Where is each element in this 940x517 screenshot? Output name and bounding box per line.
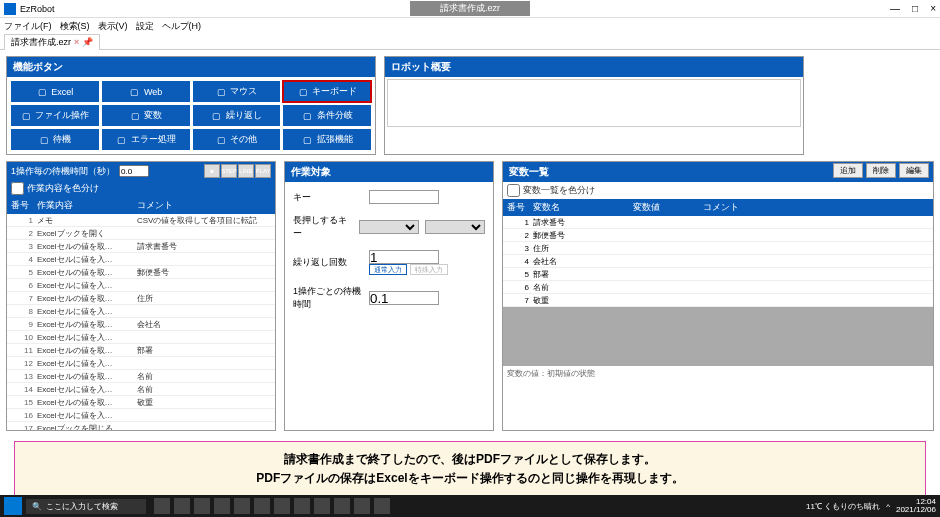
func-btn-10[interactable]: ▢その他 — [193, 129, 281, 150]
tab-close-icon[interactable]: × — [74, 37, 79, 47]
play-button[interactable]: PLAY — [255, 164, 271, 178]
menu-view[interactable]: 表示(V) — [98, 20, 128, 33]
step-row[interactable]: 10Excelセルに値を入… — [7, 331, 275, 344]
var-row[interactable]: 2郵便番号 — [503, 229, 933, 242]
wait-input[interactable] — [119, 165, 149, 177]
func-btn-3[interactable]: ▢キーボード — [283, 81, 371, 102]
tray-icon[interactable] — [194, 498, 210, 514]
var-row[interactable]: 4会社名 — [503, 255, 933, 268]
taskbar-search[interactable]: 🔍 ここに入力して検索 — [26, 499, 146, 514]
color-checkbox[interactable] — [11, 182, 24, 195]
repeat-input[interactable] — [369, 250, 439, 264]
step-row[interactable]: 9Excelセルの値を取…会社名 — [7, 318, 275, 331]
step-row[interactable]: 13Excelセルの値を取…名前 — [7, 370, 275, 383]
var-row[interactable]: 1請求番号 — [503, 216, 933, 229]
step-row[interactable]: 4Excelセルに値を入… — [7, 253, 275, 266]
func-btn-9[interactable]: ▢エラー処理 — [102, 129, 190, 150]
menu-file[interactable]: ファイル(F) — [4, 20, 52, 33]
robot-body — [387, 79, 801, 127]
step-row[interactable]: 7Excelセルの値を取…住所 — [7, 292, 275, 305]
hold-select-2[interactable] — [425, 220, 485, 234]
clock[interactable]: 12:04 2021/12/06 — [896, 498, 936, 514]
func-btn-7[interactable]: ▢条件分岐 — [283, 105, 371, 126]
maximize-button[interactable]: □ — [912, 3, 918, 14]
func-btn-4[interactable]: ▢ファイル操作 — [11, 105, 99, 126]
robot-overview-panel: ロボット概要 — [384, 56, 804, 155]
normal-input-button[interactable]: 通常入力 — [369, 264, 407, 275]
hold-select-1[interactable] — [359, 220, 419, 234]
tray-icon[interactable] — [374, 498, 390, 514]
vcol-comment: コメント — [703, 201, 933, 214]
step-row[interactable]: 1メモCSVの値を取得して各項目に転記 — [7, 214, 275, 227]
tray-icon[interactable] — [314, 498, 330, 514]
vars-color-checkbox[interactable] — [507, 184, 520, 197]
delete-button[interactable]: 削除 — [866, 163, 896, 178]
func-btn-8[interactable]: ▢待機 — [11, 129, 99, 150]
tray-icon[interactable] — [294, 498, 310, 514]
func-btn-2[interactable]: ▢マウス — [193, 81, 281, 102]
step-row[interactable]: 5Excelセルの値を取…郵便番号 — [7, 266, 275, 279]
steps-panel: 1操作毎の待機時間（秒） ■ STEP LINE PLAY 作業内容を色分け 番… — [6, 161, 276, 431]
search-icon: 🔍 — [32, 502, 42, 511]
vcol-name: 変数名 — [533, 201, 633, 214]
stop-button[interactable]: ■ — [204, 164, 220, 178]
func-btn-0[interactable]: ▢Excel — [11, 81, 99, 102]
tray-icon[interactable] — [334, 498, 350, 514]
step-row[interactable]: 12Excelセルに値を入… — [7, 357, 275, 370]
var-row[interactable]: 3住所 — [503, 242, 933, 255]
col-comment: コメント — [137, 199, 275, 212]
special-input-button[interactable]: 特殊入力 — [410, 264, 448, 275]
tray-up-icon[interactable]: ^ — [886, 502, 890, 511]
add-button[interactable]: 追加 — [833, 163, 863, 178]
col-no: 番号 — [7, 199, 37, 212]
instruction-line-2: PDFファイルの保存はExcelをキーボード操作するのと同じ操作を再現します。 — [23, 469, 917, 488]
var-row[interactable]: 6名前 — [503, 281, 933, 294]
step-row[interactable]: 17Excelブックを閉じる — [7, 422, 275, 430]
key-input[interactable] — [369, 190, 439, 204]
func-btn-1[interactable]: ▢Web — [102, 81, 190, 102]
menu-help[interactable]: ヘルプ(H) — [162, 20, 202, 33]
var-row[interactable]: 7敬重 — [503, 294, 933, 307]
vars-footer: 変数の値：初期値の状態 — [503, 366, 933, 381]
menu-search[interactable]: 検索(S) — [60, 20, 90, 33]
tray-icon[interactable] — [214, 498, 230, 514]
step-row[interactable]: 14Excelセルに値を入…名前 — [7, 383, 275, 396]
search-placeholder: ここに入力して検索 — [46, 501, 118, 512]
hold-label: 長押しするキー — [293, 214, 353, 240]
start-button[interactable] — [4, 497, 22, 515]
tray-icon[interactable] — [274, 498, 290, 514]
step-row[interactable]: 15Excelセルの値を取…敬重 — [7, 396, 275, 409]
step-row[interactable]: 6Excelセルに値を入… — [7, 279, 275, 292]
step-button[interactable]: STEP — [221, 164, 237, 178]
minimize-button[interactable]: — — [890, 3, 900, 14]
weather[interactable]: 11℃ くもりのち晴れ — [806, 501, 880, 512]
instruction-line-1: 請求書作成まで終了したので、後はPDFファイルとして保存します。 — [23, 450, 917, 469]
step-row[interactable]: 2Excelブックを開く — [7, 227, 275, 240]
close-button[interactable]: × — [930, 3, 936, 14]
tray-icon[interactable] — [174, 498, 190, 514]
date: 2021/12/06 — [896, 506, 936, 514]
tab-pin-icon[interactable]: 📌 — [82, 37, 93, 47]
step-row[interactable]: 8Excelセルに値を入… — [7, 305, 275, 318]
doc-tab[interactable]: 請求書作成.ezr × 📌 — [4, 34, 100, 50]
var-row[interactable]: 5部署 — [503, 268, 933, 281]
tray-icon[interactable] — [254, 498, 270, 514]
wait-label: 1操作毎の待機時間（秒） — [11, 165, 115, 178]
tray-icon[interactable] — [234, 498, 250, 514]
func-btn-6[interactable]: ▢繰り返し — [193, 105, 281, 126]
func-btn-5[interactable]: ▢変数 — [102, 105, 190, 126]
error-icon: ▢ — [116, 135, 128, 145]
tray-icon[interactable] — [154, 498, 170, 514]
edit-button[interactable]: 編集 — [899, 163, 929, 178]
robot-panel-title: ロボット概要 — [385, 57, 803, 77]
step-row[interactable]: 16Excelセルに値を入… — [7, 409, 275, 422]
line-button[interactable]: LINE — [238, 164, 254, 178]
tray-icon[interactable] — [354, 498, 370, 514]
menu-settings[interactable]: 設定 — [136, 20, 154, 33]
func-btn-11[interactable]: ▢拡張機能 — [283, 129, 371, 150]
vcol-no: 番号 — [503, 201, 533, 214]
op-wait-input[interactable] — [369, 291, 439, 305]
step-row[interactable]: 11Excelセルの値を取…部署 — [7, 344, 275, 357]
mouse-icon: ▢ — [215, 87, 227, 97]
step-row[interactable]: 3Excelセルの値を取…請求書番号 — [7, 240, 275, 253]
